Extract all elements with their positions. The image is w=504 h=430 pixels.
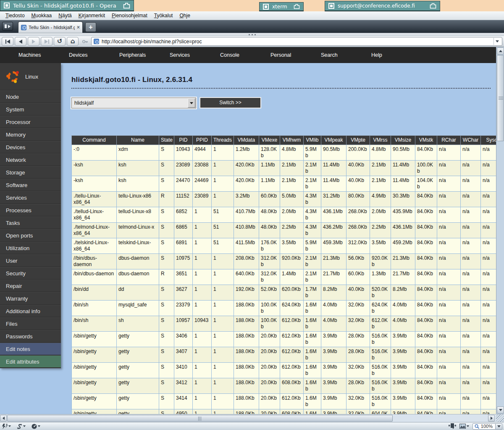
vertical-scrollbar[interactable] [496,47,504,414]
site-nav-item[interactable]: Console [220,52,270,58]
table-cell: 51 [212,238,234,254]
column-header: State [159,136,174,145]
quick-preferences-button[interactable] [2,424,11,429]
menu-item[interactable]: Työkalut [151,12,176,19]
site-nav-item[interactable]: Personal [270,52,321,58]
rewind-button[interactable] [2,37,13,46]
sidebar-item[interactable]: Additional info [0,305,61,317]
menu-item[interactable]: Pienoisohjelmat [109,12,150,19]
address-dropdown-button[interactable] [494,38,501,45]
site-nav-item[interactable]: Devices [69,52,119,58]
sidebar-item[interactable]: Node [0,90,61,103]
browser-tab[interactable]: Tellu Skin - hlidskjalf.g... × [18,21,83,33]
table-cell: 176.0Kb [259,238,280,254]
forward-button[interactable] [28,37,39,46]
sidebar-item[interactable]: Edit notes [0,343,61,355]
sidebar-item[interactable]: Devices [0,141,61,153]
machine-select[interactable]: hlidskjalf [71,98,196,108]
switch-button[interactable]: Switch >> [200,97,261,108]
sidebar-item-label: Network [6,157,26,163]
sidebar-item[interactable]: Passwords [0,330,61,343]
sidebar-item[interactable]: Edit attributes [0,355,61,368]
turbo-gauge-icon [32,424,37,429]
table-cell: 612.0Kb [280,363,304,378]
menu-item[interactable]: Näytä [55,12,74,19]
table-cell: 32.0Kb [346,409,370,414]
table-cell: n/a [437,238,461,254]
panel-toggle-button[interactable] [2,22,13,31]
opera-link-button[interactable] [17,424,26,429]
sidebar-item[interactable]: Services [0,191,61,204]
vertical-scroll-thumb[interactable] [497,55,504,141]
zoom-field[interactable]: 100% [472,423,496,430]
zoom-dropdown-button[interactable] [496,423,502,430]
table-cell: 6891 [174,238,193,254]
back-button[interactable] [15,37,26,46]
fit-to-width-button[interactable] [449,423,456,429]
scroll-down-button[interactable] [497,406,504,414]
opera-turbo-button[interactable] [32,424,40,429]
table-cell: 11.4Mb [391,176,415,192]
window-titlebar-opera[interactable]: Tellu Skin - hlidskjalf.goto10.fi - Oper… [0,0,134,11]
scroll-left-button[interactable] [0,415,7,422]
fast-forward-button[interactable] [41,37,52,46]
sidebar-item[interactable]: Warranty [0,292,61,305]
table-cell: n/a [461,145,481,161]
menu-item[interactable]: Tiedosto [3,12,28,19]
menu-item[interactable]: Ohje [176,12,193,19]
table-cell: n/a [461,332,481,347]
menu-item[interactable]: Muokkaa [29,12,55,19]
sidebar-item[interactable]: Tasks [0,216,61,229]
image-toggle-button[interactable] [459,424,469,429]
iconify-icon[interactable] [430,3,436,9]
sidebar-item[interactable]: Network [0,153,61,166]
table-cell: 2.1Mb [280,161,304,176]
site-nav-item[interactable]: Peripherals [119,52,170,58]
new-tab-button[interactable]: + [85,22,96,32]
table-cell: n/a [437,394,461,409]
iconify-icon[interactable] [294,4,300,9]
handle-dot [255,34,256,35]
table-cell: 3651 [174,269,193,285]
table-cell: 435.9Mb [391,207,415,223]
horizontal-scroll-thumb[interactable] [7,415,393,422]
sidebar-item[interactable]: Security [0,267,61,280]
reload-button[interactable]: ↺ [54,37,66,46]
home-button[interactable]: ⌂ [67,37,79,46]
table-cell: 612.0Kb [280,316,304,332]
site-nav-item[interactable]: Machines [18,52,69,58]
sync-arrows-icon [17,424,22,429]
table-cell: 436.1Mb [391,223,415,238]
table-cell: 436.2Mb [321,223,346,238]
site-nav-item[interactable]: Help [371,52,422,58]
sidebar-item[interactable]: Storage [0,166,61,179]
table-cell: R [159,269,174,285]
scroll-up-button[interactable] [497,47,504,55]
sidebar-item[interactable]: System [0,103,61,116]
horizontal-scrollbar[interactable] [0,414,504,422]
iconify-icon[interactable] [123,3,130,9]
table-cell: 3.9Mb [321,394,346,409]
site-nav-item[interactable]: Search [321,52,371,58]
sidebar-item[interactable]: Repair [0,280,61,292]
sidebar-item[interactable]: User [0,254,61,267]
window-resize-grip[interactable] [496,414,504,422]
zoom-control[interactable]: 100% [472,423,502,430]
sidebar-item[interactable]: Files [0,317,61,330]
tab-close-icon[interactable]: × [77,25,80,30]
table-row: /bin/shshS10957109431188.0Kb100.0Kb612.0… [72,316,496,332]
sidebar-item[interactable]: Memory [0,128,61,141]
menu-item[interactable]: Kirjanmerkit [76,12,108,19]
select-dropdown-button[interactable] [188,98,195,108]
scroll-right-button[interactable] [488,415,495,422]
sidebar-item[interactable]: Software [0,179,61,191]
window-titlebar-xterm[interactable]: xterm [259,2,304,11]
toolbar-drag-handle[interactable] [0,33,504,36]
sidebar-item[interactable]: Open ports [0,229,61,242]
sidebar-item[interactable]: Processor [0,116,61,128]
site-nav-item[interactable]: Services [170,52,220,58]
sidebar-item[interactable]: Utilization [0,242,61,254]
address-bar[interactable]: http://localhost/cgi-bin/machine.pl?slic… [91,37,502,46]
sidebar-item[interactable]: Processes [0,204,61,216]
window-titlebar-support[interactable]: support@conference.eficode.fi [325,1,440,11]
